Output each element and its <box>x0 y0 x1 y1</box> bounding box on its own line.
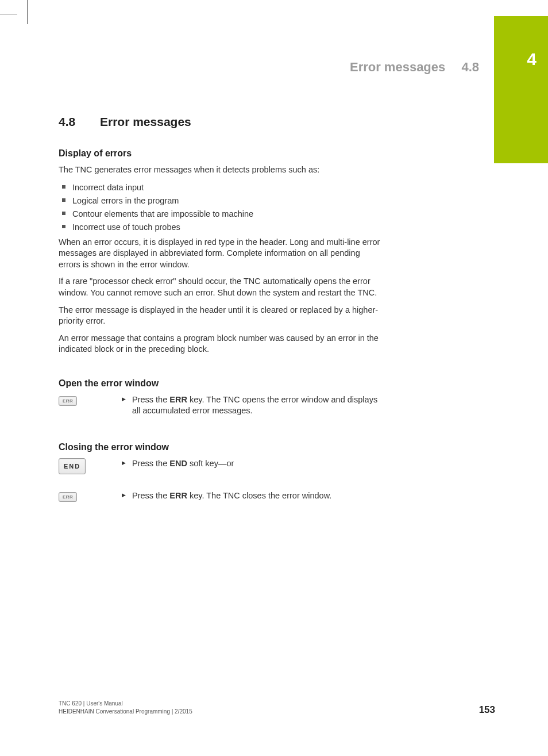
paragraph: An error message that contains a program… <box>59 333 380 355</box>
paragraph: The error message is displayed in the he… <box>59 305 380 327</box>
key-icon-err: ERR <box>59 394 88 406</box>
bullet-list: Incorrect data input Logical errors in t… <box>59 182 380 233</box>
err-key-label: ERR <box>59 492 77 502</box>
list-item: Logical errors in the program <box>59 195 380 206</box>
subsection-open-error: Open the error window <box>59 378 380 389</box>
key-icon-end: END <box>59 458 88 474</box>
page-number: 153 <box>479 704 495 716</box>
instruction-row: ERR Press the ERR key. The TNC opens the… <box>59 394 380 417</box>
footer-line1: TNC 620 | User's Manual <box>59 700 495 708</box>
list-item: Contour elements that are impossible to … <box>59 208 380 220</box>
chapter-number: 4 <box>527 49 537 69</box>
instruction-text: Press the END soft key—or <box>118 458 234 470</box>
instruction-text: Press the ERR key. The TNC closes the er… <box>118 490 331 502</box>
section-number: 4.8 <box>59 115 100 129</box>
paragraph: The TNC generates error messages when it… <box>59 164 380 176</box>
subsection-display-errors: Display of errors <box>59 148 380 159</box>
end-key-label: END <box>59 458 86 474</box>
instruction-row: END Press the END soft key—or <box>59 458 380 474</box>
list-item: Incorrect data input <box>59 182 380 193</box>
list-item: Incorrect use of touch probes <box>59 221 380 233</box>
instruction-row: ERR Press the ERR key. The TNC closes th… <box>59 490 380 502</box>
paragraph: When an error occurs, it is displayed in… <box>59 237 380 271</box>
page-footer: TNC 620 | User's Manual HEIDENHAIN Conve… <box>59 700 495 716</box>
breadcrumb-section: 4.8 <box>461 60 479 74</box>
page-content: 4.8Error messages Display of errors The … <box>59 115 380 510</box>
subsection-close-error: Closing the error window <box>59 442 380 452</box>
breadcrumb: Error messages 4.8 <box>350 60 479 75</box>
section-title: Error messages <box>100 115 191 128</box>
instruction-text: Press the ERR key. The TNC opens the err… <box>118 394 380 417</box>
breadcrumb-title: Error messages <box>350 60 445 74</box>
footer-line2: HEIDENHAIN Conversational Programming | … <box>59 708 495 716</box>
paragraph: If a rare "processor check error" should… <box>59 276 380 298</box>
err-key-label: ERR <box>59 396 77 406</box>
chapter-tab: 4 <box>494 16 548 163</box>
key-icon-err: ERR <box>59 490 88 502</box>
section-heading: 4.8Error messages <box>59 115 380 129</box>
